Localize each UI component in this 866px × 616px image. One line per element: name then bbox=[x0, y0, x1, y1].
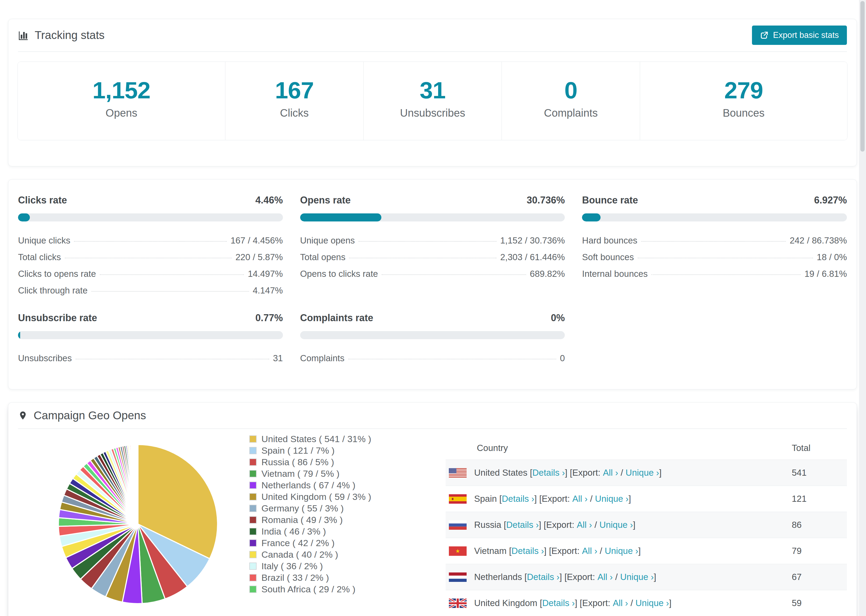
flag-icon-gb bbox=[449, 599, 467, 608]
details-link-united-kingdom[interactable]: Details › bbox=[542, 598, 575, 608]
rate-row-value: 14.497% bbox=[248, 269, 283, 279]
rate-row-value: 4.147% bbox=[253, 285, 283, 295]
rate-row-opens-to-clicks-rate: Opens to clicks rate 689.82% bbox=[300, 266, 565, 282]
export-unique-link-russia[interactable]: Unique › bbox=[600, 520, 633, 530]
export-all-link-spain[interactable]: All › bbox=[572, 494, 587, 504]
legend-swatch bbox=[249, 493, 257, 500]
legend-swatch bbox=[249, 459, 257, 466]
pie-slice-other[interactable] bbox=[138, 445, 138, 524]
rate-row-label: Total opens bbox=[300, 252, 346, 262]
legend-label: Netherlands ( 67 / 4% ) bbox=[261, 480, 356, 490]
dotted-leader bbox=[651, 274, 801, 275]
rate-progress-fill bbox=[582, 214, 600, 222]
table-row-vietnam: Vietnam [Details ›] [Export: All › / Uni… bbox=[446, 538, 847, 564]
dotted-leader bbox=[100, 274, 244, 275]
export-unique-link-united-states[interactable]: Unique › bbox=[625, 468, 659, 478]
country-cell: Vietnam [Details ›] [Export: All › / Uni… bbox=[474, 546, 792, 556]
rate-progress-track bbox=[18, 214, 283, 222]
stat-value: 31 bbox=[366, 79, 499, 102]
export-all-link-united-kingdom[interactable]: All › bbox=[612, 598, 628, 608]
rate-progress-track bbox=[300, 214, 565, 222]
rate-title: Unsubscribe rate bbox=[18, 312, 97, 324]
flag-icon-es bbox=[449, 494, 467, 504]
legend-label: India ( 46 / 3% ) bbox=[261, 526, 326, 537]
legend-label: United States ( 541 / 31% ) bbox=[261, 434, 371, 444]
geo-header: Campaign Geo Opens bbox=[8, 402, 857, 428]
legend-item-romania: Romania ( 49 / 3% ) bbox=[249, 514, 446, 526]
legend-swatch bbox=[249, 516, 257, 523]
legend-item-south-africa: South Africa ( 29 / 2% ) bbox=[249, 583, 446, 595]
rate-row-label: Unique opens bbox=[300, 236, 355, 246]
map-pin-icon bbox=[18, 410, 28, 421]
export-all-link-netherlands[interactable]: All › bbox=[598, 572, 613, 582]
campaign-geo-opens-card: Campaign Geo Opens United States ( 541 /… bbox=[8, 402, 857, 616]
flag-icon-us bbox=[449, 468, 467, 478]
rate-progress-fill bbox=[18, 214, 30, 222]
legend-label: France ( 42 / 2% ) bbox=[261, 538, 335, 548]
rate-section-bounce: Bounce rate 6.927% Hard bounces 242 / 86… bbox=[582, 195, 847, 299]
legend-swatch bbox=[249, 528, 257, 535]
rate-progress-track bbox=[18, 331, 283, 339]
stat-card-bounces: 279 Bounces bbox=[640, 62, 847, 140]
rate-title: Complaints rate bbox=[300, 312, 373, 324]
rate-row-label: Unsubscribes bbox=[18, 353, 72, 363]
rate-title: Bounce rate bbox=[582, 195, 638, 206]
rate-row-label: Hard bounces bbox=[582, 236, 637, 246]
geo-table-header: Country Total bbox=[446, 436, 847, 460]
stats-row: 1,152 Opens 167 Clicks 31 Unsubscribes 0… bbox=[17, 61, 847, 140]
stat-label: Unsubscribes bbox=[366, 107, 499, 119]
total-cell: 59 bbox=[792, 598, 847, 608]
legend-label: Vietnam ( 79 / 5% ) bbox=[261, 468, 339, 479]
details-link-united-states[interactable]: Details › bbox=[532, 468, 565, 478]
dotted-leader bbox=[382, 274, 526, 275]
export-unique-link-united-kingdom[interactable]: Unique › bbox=[636, 598, 669, 608]
details-link-russia[interactable]: Details › bbox=[506, 520, 539, 530]
legend-label: Canada ( 40 / 2% ) bbox=[261, 549, 338, 560]
rate-row-value: 689.82% bbox=[530, 269, 565, 279]
export-basic-stats-button[interactable]: Export basic stats bbox=[752, 25, 847, 45]
rate-title-row: Clicks rate 4.46% bbox=[18, 195, 283, 206]
legend-swatch bbox=[249, 586, 257, 593]
table-row-netherlands: Netherlands [Details ›] [Export: All › /… bbox=[446, 564, 847, 590]
rate-row-label: Internal bounces bbox=[582, 269, 648, 279]
legend-item-france: France ( 42 / 2% ) bbox=[249, 537, 446, 549]
tracking-stats-card: Tracking stats Export basic stats 1,152 … bbox=[8, 19, 857, 167]
rate-row-hard-bounces: Hard bounces 242 / 86.738% bbox=[582, 232, 847, 249]
stat-label: Bounces bbox=[643, 107, 844, 119]
flag-icon-vn bbox=[449, 546, 467, 556]
rate-title: Opens rate bbox=[300, 195, 351, 206]
legend-label: United Kingdom ( 59 / 3% ) bbox=[261, 492, 371, 502]
bar-chart-icon bbox=[18, 30, 29, 41]
export-all-link-vietnam[interactable]: All › bbox=[582, 546, 597, 556]
stat-card-opens: 1,152 Opens bbox=[18, 62, 225, 140]
legend-item-germany: Germany ( 55 / 3% ) bbox=[249, 503, 446, 514]
rate-progress-fill bbox=[18, 331, 20, 339]
total-cell: 86 bbox=[792, 520, 847, 530]
legend-swatch bbox=[249, 505, 257, 512]
rate-row-label: Unique clicks bbox=[18, 236, 70, 246]
rate-row-value: 0 bbox=[560, 353, 565, 363]
legend-item-russia: Russia ( 86 / 5% ) bbox=[249, 456, 446, 468]
rate-progress-track bbox=[582, 214, 847, 222]
export-unique-link-spain[interactable]: Unique › bbox=[595, 494, 628, 504]
details-link-vietnam[interactable]: Details › bbox=[512, 546, 544, 556]
rate-row-value: 19 / 6.81% bbox=[805, 269, 847, 279]
export-unique-link-netherlands[interactable]: Unique › bbox=[620, 572, 654, 582]
rate-row-label: Opens to clicks rate bbox=[300, 269, 378, 279]
geo-pie-chart[interactable] bbox=[18, 429, 249, 616]
details-link-spain[interactable]: Details › bbox=[502, 494, 534, 504]
export-unique-link-vietnam[interactable]: Unique › bbox=[605, 546, 638, 556]
export-button-label: Export basic stats bbox=[773, 30, 839, 40]
rate-title-row: Opens rate 30.736% bbox=[300, 195, 565, 206]
rate-row-label: Clicks to opens rate bbox=[18, 269, 96, 279]
rate-row-value: 167 / 4.456% bbox=[230, 236, 283, 246]
export-all-link-united-states[interactable]: All › bbox=[603, 468, 618, 478]
export-all-link-russia[interactable]: All › bbox=[576, 520, 592, 530]
page-scrollbar-track[interactable] bbox=[859, 0, 866, 616]
rates-card: Clicks rate 4.46% Unique clicks 167 / 4.… bbox=[8, 179, 857, 390]
page-scrollbar-thumb[interactable] bbox=[860, 1, 864, 152]
dotted-leader bbox=[76, 359, 269, 359]
rate-title-row: Complaints rate 0% bbox=[300, 312, 565, 324]
details-link-netherlands[interactable]: Details › bbox=[527, 572, 559, 582]
export-icon bbox=[760, 31, 768, 39]
